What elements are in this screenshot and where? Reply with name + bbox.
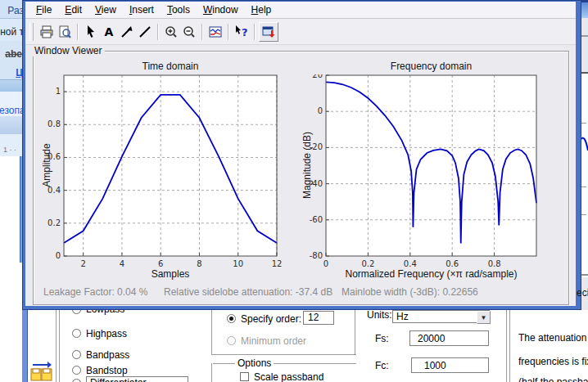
dock-figure-button[interactable]	[259, 22, 278, 42]
order-input[interactable]: 12	[303, 311, 334, 325]
svg-text:0: 0	[318, 106, 323, 115]
panel-separator	[59, 310, 61, 382]
zoom-out-button[interactable]	[180, 23, 198, 41]
menu-item-help[interactable]: Help	[245, 2, 278, 17]
frequency-plot-xlabel: Normalized Frequency (×π rad/sample)	[326, 268, 536, 280]
fc-input[interactable]: 1000	[411, 357, 489, 373]
print-icon	[39, 25, 54, 39]
filter-design-dialog: Lowpass Highpass Bandpass Bandstop Diffe…	[22, 310, 588, 382]
print-preview-icon	[57, 25, 72, 39]
pointer-tool-button[interactable]	[82, 23, 100, 41]
arrow-icon	[120, 25, 134, 39]
line-tool-button[interactable]	[136, 23, 154, 41]
bandpass-label[interactable]: Bandpass	[86, 349, 129, 361]
leakage-factor-status: Leakage Factor: 0.04 %	[43, 286, 147, 298]
minimum-order-label: Minimum order	[241, 335, 306, 347]
background-window-strip	[581, 0, 588, 310]
svg-text:-80: -80	[310, 251, 323, 260]
fc-label: Fc:	[375, 360, 389, 371]
highpass-radio[interactable]	[72, 329, 81, 338]
svg-text:0: 0	[56, 251, 61, 260]
svg-text:20: 20	[312, 74, 323, 79]
svg-text:-40: -40	[310, 179, 323, 188]
time-plot-xlabel: Samples	[64, 268, 277, 280]
ruler-fragment: 1 · ·	[3, 146, 16, 154]
dialog-left-border	[22, 310, 28, 382]
svg-text:0.2: 0.2	[47, 218, 61, 227]
svg-text:1: 1	[56, 87, 61, 96]
legend-button[interactable]	[206, 23, 224, 41]
info-text-line2: frequencies is fixed	[518, 356, 588, 367]
arrow-tool-button[interactable]	[118, 23, 136, 41]
specify-order-radio[interactable]	[227, 314, 236, 323]
response-combo-radio[interactable]	[72, 379, 81, 382]
legend-icon	[208, 25, 223, 39]
svg-text:6: 6	[158, 259, 163, 268]
svg-text:0.4: 0.4	[47, 186, 61, 195]
sidebar-tool-icon[interactable]	[29, 359, 54, 382]
units-select[interactable]: Hz	[392, 310, 490, 323]
toolbar-separator	[254, 24, 256, 40]
menu-item-view[interactable]: View	[88, 2, 123, 17]
scale-passband-checkbox[interactable]	[240, 372, 249, 381]
sidelobe-attenuation-status: Relative sidelobe attenuation: -37.4 dB	[164, 286, 332, 298]
svg-text:0.4: 0.4	[404, 259, 417, 268]
toolbar: A	[25, 19, 576, 45]
text-tool-button[interactable]: A	[100, 23, 118, 41]
hyperlink-fragment[interactable]: езопа	[0, 105, 25, 116]
groupbox-title: Window Viewer	[31, 45, 105, 56]
toolbar-separator	[201, 24, 203, 40]
toolbar-separator	[228, 24, 229, 40]
response-type-combobox[interactable]: Differentiator	[86, 376, 188, 382]
specify-order-label[interactable]: Specify order:	[241, 313, 301, 325]
pointer-icon	[84, 25, 98, 39]
print-button[interactable]	[38, 23, 56, 41]
fs-input[interactable]: 20000	[409, 330, 489, 346]
text-tool-icon: A	[105, 25, 114, 38]
menu-item-tools[interactable]: Tools	[161, 2, 197, 17]
help-icon: ?	[234, 25, 249, 39]
info-text-line3: (half the passband	[518, 376, 588, 382]
minimum-order-radio[interactable]	[227, 336, 236, 345]
lowpass-radio[interactable]	[72, 310, 81, 314]
menu-item-insert[interactable]: Insert	[123, 2, 161, 17]
background-curve-fragment	[581, 133, 588, 157]
zoom-in-button[interactable]	[162, 23, 180, 41]
menu-item-edit[interactable]: Edit	[58, 2, 88, 17]
toolbar-grip[interactable]	[29, 23, 34, 41]
toolbar-separator	[157, 24, 159, 40]
menu-bar: File Edit View Insert Tools Window Help	[25, 2, 576, 19]
info-text-line1: The attenuation at	[518, 332, 588, 344]
background-text-fragment: ecif	[577, 287, 588, 299]
options-group-top	[211, 363, 356, 365]
zoom-out-icon	[182, 25, 197, 39]
screen: Раз ной т abe Ц езопа 1 · · File Edit Vi…	[0, 0, 588, 382]
help-button[interactable]: ?	[233, 23, 251, 41]
svg-text:-60: -60	[310, 215, 323, 224]
mainlobe-width-status: Mainlobe width (-3dB): 0.22656	[341, 286, 478, 298]
svg-text:2: 2	[80, 259, 85, 268]
line-icon	[138, 25, 152, 39]
units-dropdown-arrow[interactable]: ▼	[477, 311, 491, 324]
bandpass-radio[interactable]	[72, 350, 81, 359]
frequency-plot-title: Frequency domain	[326, 61, 536, 72]
print-preview-button[interactable]	[56, 23, 74, 41]
figure-window: File Edit View Insert Tools Window Help	[22, 0, 581, 310]
svg-text:-20: -20	[310, 142, 323, 151]
lowpass-label[interactable]: Lowpass	[86, 310, 124, 315]
filter-order-group-bottom	[211, 354, 356, 356]
bandstop-label[interactable]: Bandstop	[86, 365, 128, 376]
strikethrough-icon[interactable]: abe	[5, 48, 22, 60]
menu-item-file[interactable]: File	[29, 2, 58, 17]
units-label: Units:	[367, 310, 392, 321]
highpass-label[interactable]: Highpass	[86, 328, 127, 339]
time-plot: 2468101200.20.40.60.81	[41, 74, 283, 272]
frequency-plot: 00.20.40.60.8-80-60-40-20020	[303, 74, 543, 272]
menu-item-window[interactable]: Window	[197, 2, 245, 17]
scale-passband-label[interactable]: Scale passband	[254, 371, 323, 382]
time-plot-title: Time domain	[64, 61, 277, 72]
filter-order-group-left	[211, 310, 213, 354]
options-group-title: Options	[235, 357, 274, 369]
svg-text:10: 10	[233, 259, 243, 268]
bandstop-radio[interactable]	[72, 366, 81, 375]
